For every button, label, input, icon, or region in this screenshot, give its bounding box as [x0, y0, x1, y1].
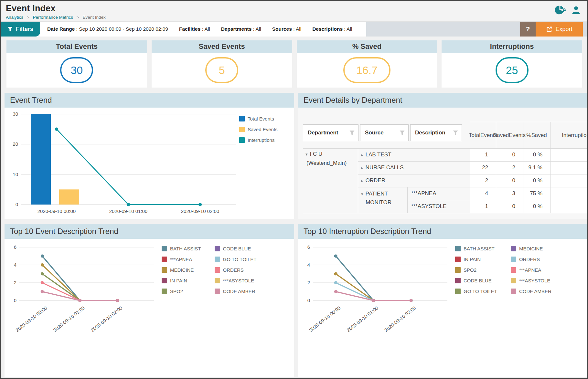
legend-item--asystole[interactable]: ***ASYSTOLE — [215, 278, 257, 283]
legend-item--apnea[interactable]: ***APNEA — [511, 267, 551, 273]
legend-item-medicine[interactable]: MEDICINE — [511, 246, 551, 251]
legend-item-code-blue[interactable]: CODE BLUE — [455, 278, 497, 283]
column-header--saved[interactable]: %Saved — [523, 122, 550, 148]
legend-label: ORDERS — [519, 257, 540, 262]
cell-interruptions: 2 — [550, 161, 587, 174]
legend-swatch — [511, 278, 516, 283]
svg-text:2: 2 — [307, 280, 310, 285]
svg-text:0: 0 — [16, 202, 18, 207]
column-filter-department[interactable]: Department — [303, 124, 358, 141]
filter-item-departments[interactable]: Departments : All — [221, 26, 261, 32]
kpi-value-badge: 30 — [60, 57, 93, 83]
svg-text:4: 4 — [14, 262, 16, 268]
filter-item-date-range[interactable]: Date Range : Sep 10 2020 00:09 - Sep 10 … — [47, 26, 168, 32]
department-name: I C U — [310, 151, 323, 157]
breadcrumb-performance-metrics[interactable]: Performance Metrics — [33, 15, 73, 20]
table-border — [470, 174, 587, 174]
legend-label: CODE AMBER — [519, 289, 551, 294]
source-cell: ▸LAB TEST — [361, 148, 391, 162]
svg-text:0: 0 — [307, 298, 310, 303]
filter-item-descriptions[interactable]: Descriptions : All — [312, 26, 352, 32]
legend-item-bath-assist[interactable]: BATH ASSIST — [455, 246, 497, 251]
filter-item-sources[interactable]: Sources : All — [272, 26, 301, 32]
legend-item-code-amber[interactable]: CODE AMBER — [511, 289, 551, 294]
legend-item-orders[interactable]: ORDERS — [215, 267, 257, 273]
top-interruption-description-chart[interactable]: 64202020-09-10 00:002020-09-10 01:002020… — [298, 239, 453, 347]
top-event-description-chart[interactable]: 64202020-09-10 00:002020-09-10 01:002020… — [5, 239, 160, 347]
kpi-title: Interruptions — [442, 40, 582, 53]
legend-swatch — [511, 246, 516, 251]
help-button[interactable]: ? — [520, 22, 536, 37]
legend-item-go-to-toilet[interactable]: GO TO TOILET — [455, 289, 497, 294]
column-funnel-icon — [453, 131, 458, 135]
legend-item-medicine[interactable]: MEDICINE — [162, 267, 201, 273]
cell-total-events: 1 — [470, 200, 496, 213]
legend-swatch — [215, 257, 220, 262]
legend-item-in-pain[interactable]: IN PAIN — [455, 257, 497, 262]
filters-button[interactable]: Filters — [1, 22, 40, 37]
kpi-title: Total Events — [6, 40, 147, 53]
legend-item--asystole[interactable]: ***ASYSTOLE — [511, 278, 551, 283]
legend-item-spo2[interactable]: SPO2 — [455, 267, 497, 273]
legend-item-bath-assist[interactable]: BATH ASSIST — [162, 246, 201, 251]
legend-item--apnea[interactable]: ***APNEA — [162, 257, 201, 262]
column-header-saved-events[interactable]: SavedEvents — [496, 122, 523, 148]
table-border — [470, 161, 587, 162]
cell-pct-saved: 0 % — [523, 174, 550, 187]
legend-swatch — [455, 278, 461, 283]
kpi-value-badge: 5 — [205, 57, 238, 83]
expand-source-icon[interactable]: ▸ — [361, 165, 363, 170]
kpi-card--saved: % Saved16.7 — [297, 40, 437, 88]
legend-swatch — [162, 246, 167, 251]
filter-item-label: Facilities — [179, 26, 200, 32]
analytics-settings-icon[interactable] — [554, 5, 566, 16]
legend-item-total-events[interactable]: Total Events — [239, 116, 294, 121]
source-name: NURSE CALLS — [366, 164, 404, 171]
kpi-title: Saved Events — [152, 40, 292, 53]
svg-text:2020-09-10 01:00: 2020-09-10 01:00 — [52, 305, 86, 333]
collapse-department-icon[interactable]: ▾ — [305, 152, 308, 157]
legend-label: CODE BLUE — [464, 278, 492, 283]
filters-button-label: Filters — [16, 26, 33, 33]
filter-item-label: Departments — [221, 26, 252, 32]
filter-funnel-icon — [7, 27, 13, 32]
event-trend-chart[interactable]: 30201002020-09-10 00:002020-09-10 01:002… — [5, 108, 239, 219]
breadcrumb-analytics[interactable]: Analytics — [6, 15, 23, 20]
legend-item-go-to-toilet[interactable]: GO TO TOILET — [215, 257, 257, 262]
legend-item-code-amber[interactable]: CODE AMBER — [215, 289, 257, 294]
legend-item-spo2[interactable]: SPO2 — [162, 289, 201, 294]
collapse-source-icon[interactable]: ▾ — [361, 192, 363, 196]
export-button[interactable]: Export — [536, 22, 583, 37]
cell-pct-saved: 0 % — [523, 200, 550, 213]
column-funnel-icon — [400, 131, 405, 135]
user-profile-icon[interactable] — [571, 5, 581, 16]
legend-swatch — [215, 278, 220, 283]
legend-label: ***ASYSTOLE — [223, 278, 254, 283]
event-details-table: DepartmentSourceDescription100 %2229.1 %… — [298, 108, 587, 219]
kpi-body: 30 — [6, 53, 147, 88]
column-header-total-events[interactable]: TotalEvents — [470, 122, 496, 148]
legend-label: ***APNEA — [519, 267, 541, 273]
expand-source-icon[interactable]: ▸ — [361, 153, 363, 157]
legend-label: Saved Events — [248, 127, 278, 132]
legend-swatch — [511, 267, 516, 273]
table-border — [303, 213, 587, 213]
top-header: Event Index Analytics > Performance Metr… — [1, 1, 587, 21]
source-name: LAB TEST — [366, 152, 391, 158]
expand-source-icon[interactable]: ▸ — [361, 178, 363, 183]
description-name: ***APNEA — [411, 190, 436, 196]
legend-item-interruptions[interactable]: Interruptions — [239, 137, 294, 143]
column-header-interruptions[interactable]: Interruptions — [550, 122, 587, 148]
column-filter-source[interactable]: Source — [360, 124, 409, 141]
export-button-label: Export — [555, 26, 572, 33]
legend-item-in-pain[interactable]: IN PAIN — [162, 278, 201, 283]
column-filter-description[interactable]: Description — [410, 124, 462, 141]
legend-label: Interruptions — [248, 137, 274, 143]
filter-item-facilities[interactable]: Facilities : All — [179, 26, 210, 32]
description-cell: ***ASYSTOLE — [411, 200, 446, 213]
description-cell: ***APNEA — [411, 187, 436, 200]
legend-item-code-blue[interactable]: CODE BLUE — [215, 246, 257, 251]
legend-item-orders[interactable]: ORDERS — [511, 257, 551, 262]
legend-label: CODE BLUE — [223, 246, 251, 251]
legend-item-saved-events[interactable]: Saved Events — [239, 127, 294, 132]
